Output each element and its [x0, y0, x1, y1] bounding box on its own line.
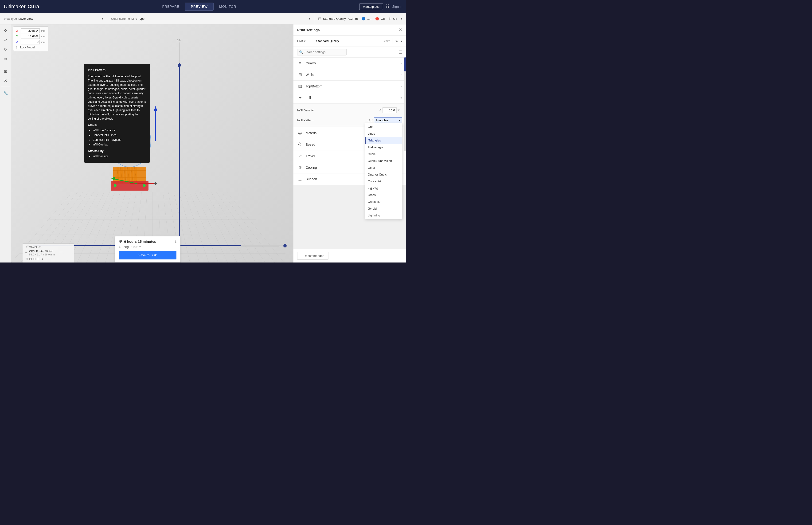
profile-chevron[interactable]: ▾	[401, 40, 402, 43]
object-size: 58.0 x 71.7 x 98.0 mm	[29, 253, 55, 256]
topbottom-section[interactable]: ▤ Top/Bottom ‹	[293, 80, 406, 92]
obj-icon-5[interactable]: ⊙	[41, 257, 43, 260]
lock-model-checkbox[interactable]	[16, 46, 19, 49]
panel-scrollbar[interactable]	[404, 57, 406, 151]
save-to-disk-button[interactable]: Save to Disk	[119, 251, 177, 259]
tooltip-affected-by-title: Affected By	[88, 149, 146, 153]
print-time-value: 6 hours 15 minutes	[124, 239, 156, 243]
infill-density-label: Infill Density	[297, 108, 379, 112]
print-weight: 58g · 19.31m	[124, 245, 141, 249]
tool-divider-2	[1, 87, 10, 87]
clock-icon: ⏱	[119, 239, 122, 243]
rotate-tool[interactable]: ↻	[1, 45, 10, 54]
panel-header: Print settings ✕	[293, 25, 406, 35]
recommended-button[interactable]: ‹ Recommended	[297, 252, 328, 260]
material-icon: ◎	[297, 130, 303, 136]
viewport[interactable]: X mm Y mm Z mm Lock Model Infill Pattern	[11, 25, 293, 262]
profile-row: Profile Standard Quality 0.2mm ★ ▾	[293, 35, 406, 47]
print-time: ⏱ 6 hours 15 minutes	[119, 239, 156, 243]
tooltip-affected-1: Infill Density	[93, 154, 146, 159]
nav-monitor[interactable]: MONITOR	[214, 3, 242, 10]
close-panel-button[interactable]: ✕	[399, 27, 402, 32]
infill-section-header[interactable]: ✦ Infill ∨	[293, 92, 406, 104]
z-input[interactable]	[21, 40, 40, 44]
vert-fill	[179, 63, 180, 249]
quality-chevron[interactable]: ▾	[401, 17, 402, 20]
obj-icon-3[interactable]: ⊟	[33, 257, 36, 260]
x-unit: mm	[41, 29, 45, 32]
quality-section[interactable]: ≡ Quality ‹	[293, 58, 406, 69]
infill-pattern-label: Infill Pattern	[297, 118, 367, 122]
support1-icon: 🔴	[375, 17, 379, 20]
option-tri-hexagon[interactable]: Tri-Hexagon	[365, 144, 402, 151]
move-tool[interactable]: ✛	[1, 26, 10, 35]
nav-prepare[interactable]: PREPARE	[157, 3, 185, 10]
header-right: Marketplace ⠿ Sign in	[359, 3, 402, 10]
nav-preview[interactable]: PREVIEW	[185, 3, 214, 11]
panel-scrollbar-thumb[interactable]	[404, 57, 406, 72]
object-list-panel: ∧ Object list ✏ CE3_Funko Minion 58.0 x …	[22, 243, 74, 262]
per-model-settings[interactable]: ⊞	[1, 67, 10, 75]
dropdown-chevron: ▾	[399, 118, 401, 122]
infill-density-reset[interactable]: ↺	[379, 108, 382, 112]
left-toolbar: ✛ ⤢ ↻ ⇔ ⊞ ✖ 🔧	[0, 25, 11, 262]
option-octet[interactable]: Octet	[365, 164, 402, 171]
walls-section[interactable]: ⊞ Walls ‹	[293, 69, 406, 80]
infill-pattern-dropdown[interactable]: Triangles ▾	[374, 117, 402, 123]
info-button[interactable]: ℹ	[175, 239, 177, 244]
scale-tool[interactable]: ⤢	[1, 36, 10, 44]
favorite-profile-button[interactable]: ★	[395, 39, 398, 43]
y-label: Y	[16, 35, 19, 38]
mirror-tool[interactable]: ⇔	[1, 55, 10, 63]
marketplace-button[interactable]: Marketplace	[359, 3, 383, 10]
vertical-layer-slider[interactable]: 133	[178, 39, 181, 249]
infill-pattern-info[interactable]: ƒ	[371, 118, 373, 122]
settings-menu-button[interactable]: ☰	[398, 49, 402, 55]
logo-text-bold: Cura	[28, 3, 39, 10]
option-grid[interactable]: Grid	[365, 123, 402, 130]
view-type-value: Layer view	[18, 17, 102, 20]
option-quarter-cubic[interactable]: Quarter Cubic	[365, 171, 402, 178]
support-blocker[interactable]: ✖	[1, 76, 10, 85]
infill-dropdown-wrapper: Triangles ▾ Grid Lines Triangles Tri-Hex…	[374, 117, 402, 123]
option-cross[interactable]: Cross	[365, 192, 402, 198]
search-wrapper: 🔍	[297, 49, 397, 56]
option-cubic[interactable]: Cubic	[365, 151, 402, 158]
obj-list-label: Object list	[29, 245, 41, 249]
infill-density-input[interactable]	[383, 107, 397, 113]
profile-select[interactable]: Standard Quality 0.2mm	[314, 38, 393, 44]
option-lines[interactable]: Lines	[365, 130, 402, 137]
obj-icon-4[interactable]: ⊞	[37, 257, 40, 260]
extruder-badge: 🔵 1...	[362, 17, 371, 20]
color-scheme-chevron[interactable]: ▾	[309, 17, 310, 20]
signin-button[interactable]: Sign in	[392, 5, 402, 9]
view-type-chevron[interactable]: ▾	[102, 17, 103, 20]
vert-thumb[interactable]	[178, 64, 181, 67]
obj-icon-1[interactable]: ⊞	[25, 257, 28, 260]
quality-text: Standard Quality - 0.2mm	[323, 17, 358, 20]
search-input[interactable]	[297, 49, 347, 56]
support2-value: Off	[393, 17, 397, 20]
quality-section-name: Quality	[306, 61, 401, 65]
option-zig-zag[interactable]: Zig Zag	[365, 185, 402, 192]
y-input[interactable]	[21, 34, 40, 39]
x-input[interactable]	[21, 28, 40, 33]
z-coord-row: Z mm	[16, 40, 45, 44]
recommended-label: Recommended	[304, 254, 324, 258]
option-gyroid[interactable]: Gyroid	[365, 205, 402, 212]
obj-icon-2[interactable]: ⊡	[29, 257, 32, 260]
option-lightning[interactable]: Lightning	[365, 212, 402, 219]
profile-label: Profile	[297, 39, 311, 43]
infill-pattern-reset[interactable]: ↺	[367, 118, 370, 122]
option-triangles[interactable]: Triangles	[365, 137, 402, 144]
grid-icon[interactable]: ⠿	[386, 4, 389, 10]
slider-thumb[interactable]	[284, 244, 287, 247]
option-cubic-subdivision[interactable]: Cubic Subdivision	[365, 158, 402, 164]
object-list-title[interactable]: ∧ Object list	[25, 245, 72, 249]
y-coord-row: Y mm	[16, 34, 45, 39]
option-concentric[interactable]: Concentric	[365, 178, 402, 185]
color-scheme-section: Color scheme Line Type ▾	[107, 13, 315, 24]
tooltip-affect-4: Infill Overlap	[93, 142, 146, 147]
option-cross-3d[interactable]: Cross 3D	[365, 198, 402, 205]
marketplace-tool[interactable]: 🔧	[1, 89, 10, 97]
